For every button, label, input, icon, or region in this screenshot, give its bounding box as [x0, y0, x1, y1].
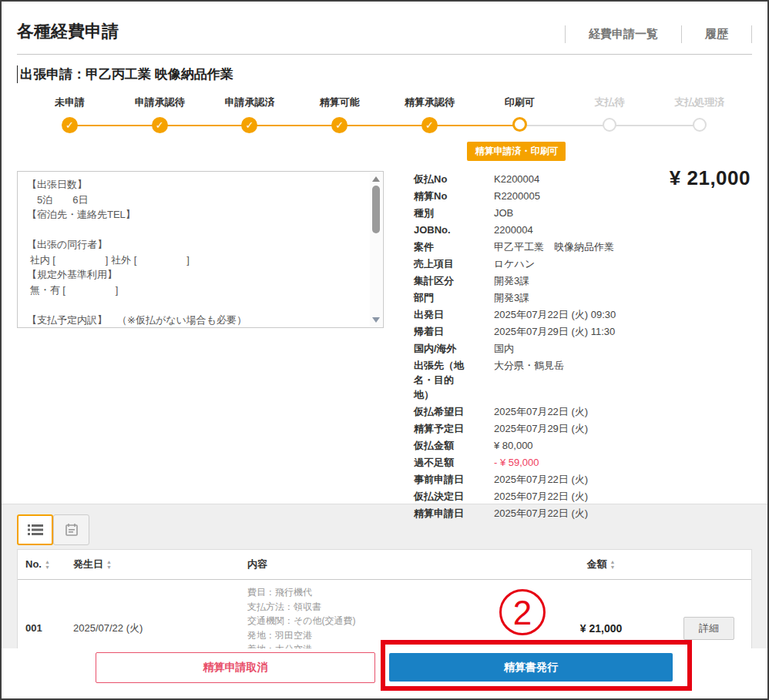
scroll-down-icon[interactable] [372, 317, 380, 323]
field-value: 2025年07月22日 (火) 09:30 [494, 307, 676, 322]
nav-expense-list-link[interactable]: 経費申請一覧 [565, 25, 681, 43]
detail-row: 仮払決定日2025年07月22日 (火) [414, 489, 676, 504]
step-payment-processed: 支払処理済 [654, 95, 744, 133]
field-value: 大分県・鶴見岳 [494, 358, 676, 402]
status-badge: 精算申請済・印刷可 [467, 142, 566, 161]
application-subtitle: 出張申請：甲乙丙工業 映像納品作業 [17, 65, 752, 83]
expense-application-page: 各種経費申請 経費申請一覧 履歴 出張申請：甲乙丙工業 映像納品作業 未申請 ✓… [0, 0, 769, 700]
detail-row: 精算申請日2025年07月22日 (火) [414, 506, 676, 521]
field-value: 2025年07月22日 (火) [494, 404, 676, 419]
field-value: 2025年07月22日 (火) [494, 472, 676, 487]
field-value: R2200005 [494, 189, 676, 203]
step-settlement-ready: 精算可能 ✓ [294, 95, 384, 133]
field-label: 仮払金額 [414, 438, 472, 453]
detail-row: 出張先（地名・目的地）大分県・鶴見岳 [414, 358, 676, 402]
sort-icon[interactable]: ▲▼ [610, 560, 616, 570]
header-nav: 経費申請一覧 履歴 [565, 25, 752, 43]
field-label: 集計区分 [414, 273, 472, 288]
field-value: JOB [494, 206, 676, 220]
step-label: 申請承認済 [205, 95, 295, 114]
status-stepper: 未申請 ✓ 申請承認待 ✓ 申請承認済 ✓ 精算可能 ✓ 精算承認待 ✓ 印刷可 [25, 95, 744, 160]
row-action: 詳細 [667, 617, 751, 640]
memo-scroll-area[interactable]: 【出張日数】 5泊 6日 【宿泊先・連絡先TEL】 【出張の同行者】 社内 [ … [17, 171, 384, 328]
field-label: 仮払No [414, 172, 472, 186]
issue-settlement-button[interactable]: 精算書発行 [389, 653, 673, 682]
row-content: 費目：飛行機代 支払方法：領収書 交通機関：その他(交通費) 発地：羽田空港 着… [247, 585, 536, 648]
field-label: 精算No [414, 189, 472, 203]
field-value: 2025年07月22日 (火) [494, 506, 676, 521]
detail-row: 仮払NoK2200004 [414, 172, 676, 186]
step-label: 精算承認待 [384, 95, 475, 114]
calendar-icon [65, 523, 79, 537]
detail-row: 国内/海外国内 [414, 341, 676, 356]
detail-row: 事前申請日2025年07月22日 (火) [414, 472, 676, 487]
nav-history-link[interactable]: 履歴 [681, 25, 752, 43]
field-value: 国内 [494, 341, 676, 356]
future-step-circle [693, 118, 707, 132]
detail-row: 集計区分開発3課 [414, 273, 676, 288]
field-value: K2200004 [494, 172, 676, 186]
step-label: 印刷可 [475, 95, 565, 114]
field-label: 部門 [414, 290, 472, 305]
step-label: 未申請 [25, 95, 115, 114]
field-value: ¥ 80,000 [494, 438, 676, 453]
total-amount: ¥ 21,000 [670, 166, 751, 190]
detail-row: 精算NoR2200005 [414, 189, 676, 203]
scrollbar-thumb[interactable] [372, 186, 380, 233]
step-label: 精算可能 [294, 95, 384, 114]
field-value: ロケハン [494, 256, 676, 271]
step-approval-pending: 申請承認待 ✓ [115, 95, 205, 133]
check-icon: ✓ [152, 117, 168, 133]
header-amount[interactable]: 金額▲▼ [536, 558, 667, 571]
memo-text: 【出張日数】 5泊 6日 【宿泊先・連絡先TEL】 【出張の同行者】 社内 [ … [27, 177, 361, 328]
field-label: 売上項目 [414, 256, 472, 271]
step-payment-pending: 支払待 [565, 95, 655, 133]
field-value: 2200004 [494, 223, 676, 237]
detail-row: 帰着日2025年07月29日 (火) 11:30 [414, 324, 676, 339]
sort-icon[interactable]: ▲▼ [45, 560, 50, 570]
field-label: 出張先（地名・目的地） [414, 358, 472, 402]
row-amount: ¥ 21,000 [536, 622, 667, 635]
row-no: 001 [18, 622, 73, 634]
detail-row: 仮払希望日2025年07月22日 (火) [414, 404, 676, 419]
header-content: 内容 [247, 558, 536, 571]
check-icon: ✓ [62, 117, 78, 133]
detail-row: JOBNo.2200004 [414, 223, 676, 237]
field-label: 種別 [414, 206, 472, 220]
step-not-applied: 未申請 ✓ [25, 95, 115, 133]
check-icon: ✓ [331, 117, 348, 133]
table-header-row: No.▲▼ 発生日▲▼ 内容 金額▲▼ [18, 550, 751, 580]
field-value: 2025年07月22日 (火) [494, 489, 676, 504]
detail-button[interactable]: 詳細 [683, 617, 734, 640]
detail-row: 仮払金額¥ 80,000 [414, 438, 676, 453]
check-icon: ✓ [241, 117, 257, 133]
sort-icon[interactable]: ▲▼ [106, 560, 112, 570]
stepper-steps: 未申請 ✓ 申請承認待 ✓ 申請承認済 ✓ 精算可能 ✓ 精算承認待 ✓ 印刷可 [25, 95, 744, 133]
list-icon [28, 524, 43, 536]
list-view-toggle[interactable] [17, 514, 53, 545]
header-date[interactable]: 発生日▲▼ [73, 558, 247, 571]
detail-row-shortage: 過不足額- ¥ 59,000 [414, 455, 676, 470]
cancel-settlement-button[interactable]: 精算申請取消 [96, 652, 375, 683]
content-area: 【出張日数】 5泊 6日 【宿泊先・連絡先TEL】 【出張の同行者】 社内 [ … [17, 171, 752, 493]
header-no-label: No. [25, 558, 42, 570]
detail-row: 精算予定日2025年07月29日 (火) [414, 421, 676, 436]
expense-table: No.▲▼ 発生日▲▼ 内容 金額▲▼ 001 2025/07/22 (火) 費… [17, 549, 752, 648]
field-label: 精算申請日 [414, 506, 472, 521]
step-label: 支払処理済 [654, 95, 744, 114]
row-date: 2025/07/22 (火) [73, 621, 247, 635]
field-label: 国内/海外 [414, 341, 472, 356]
field-label: JOBNo. [414, 223, 472, 237]
memo-scrollbar[interactable] [370, 172, 382, 327]
header-no[interactable]: No.▲▼ [18, 558, 73, 570]
calendar-view-toggle[interactable] [53, 514, 89, 545]
scroll-up-icon[interactable] [372, 176, 380, 182]
header-date-label: 発生日 [73, 558, 103, 570]
field-label: 事前申請日 [414, 472, 472, 487]
step-label: 申請承認待 [115, 95, 205, 114]
current-step-circle [512, 117, 527, 132]
field-label: 過不足額 [414, 455, 472, 470]
detail-row: 売上項目ロケハン [414, 256, 676, 271]
field-label: 仮払決定日 [414, 489, 472, 504]
step-settlement-approval-pending: 精算承認待 ✓ [384, 95, 475, 133]
